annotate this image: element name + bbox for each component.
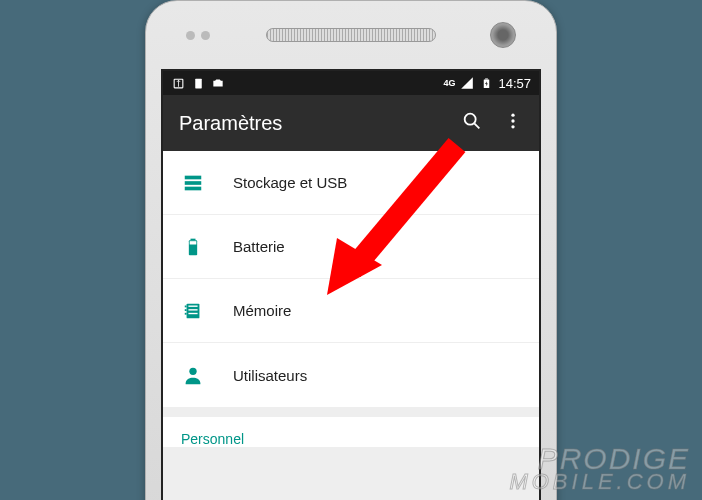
svg-rect-19 <box>188 309 197 310</box>
section-header-personal: Personnel <box>163 417 539 447</box>
settings-item-storage[interactable]: Stockage et USB <box>163 151 539 215</box>
svg-rect-8 <box>185 175 202 179</box>
svg-rect-15 <box>185 305 187 307</box>
settings-content: Stockage et USB Batterie Mémoire <box>163 151 539 500</box>
watermark: PRODIGE MOBILE.COM <box>509 445 690 492</box>
svg-rect-10 <box>185 186 202 190</box>
screenshot-icon <box>211 76 225 90</box>
phone-frame: 4G 14:57 Paramètres <box>145 0 557 500</box>
signal-icon <box>460 76 474 90</box>
svg-point-7 <box>511 125 514 128</box>
settings-item-label: Mémoire <box>233 302 291 319</box>
svg-rect-13 <box>190 241 197 244</box>
svg-point-21 <box>189 368 196 375</box>
svg-point-4 <box>465 114 476 125</box>
svg-point-5 <box>511 114 514 117</box>
svg-rect-3 <box>485 78 488 79</box>
settings-item-users[interactable]: Utilisateurs <box>163 343 539 407</box>
settings-item-memory[interactable]: Mémoire <box>163 279 539 343</box>
page-title: Paramètres <box>179 112 282 135</box>
settings-item-battery[interactable]: Batterie <box>163 215 539 279</box>
svg-rect-1 <box>195 78 202 88</box>
svg-rect-17 <box>185 312 187 314</box>
overflow-menu-icon[interactable] <box>503 111 523 135</box>
network-label: 4G <box>443 78 455 88</box>
svg-point-6 <box>511 119 514 122</box>
svg-rect-18 <box>188 305 197 306</box>
svg-rect-16 <box>185 309 187 311</box>
clock: 14:57 <box>498 76 531 91</box>
settings-item-label: Batterie <box>233 238 285 255</box>
storage-icon <box>181 171 205 195</box>
battery-charging-icon <box>479 76 493 90</box>
svg-rect-9 <box>185 181 202 185</box>
svg-rect-20 <box>188 312 197 313</box>
sim-icon <box>191 76 205 90</box>
app-bar: Paramètres <box>163 95 539 151</box>
speaker-grille <box>266 28 436 42</box>
settings-item-label: Stockage et USB <box>233 174 347 191</box>
sensor-dots <box>186 31 210 40</box>
front-camera <box>490 22 516 48</box>
settings-item-label: Utilisateurs <box>233 367 307 384</box>
search-icon[interactable] <box>461 110 483 136</box>
user-icon <box>181 363 205 387</box>
usb-icon <box>171 76 185 90</box>
svg-rect-12 <box>191 238 196 240</box>
status-bar: 4G 14:57 <box>163 71 539 95</box>
battery-icon <box>181 235 205 259</box>
phone-bezel-top <box>146 1 556 69</box>
screen: 4G 14:57 Paramètres <box>161 69 541 500</box>
memory-icon <box>181 299 205 323</box>
